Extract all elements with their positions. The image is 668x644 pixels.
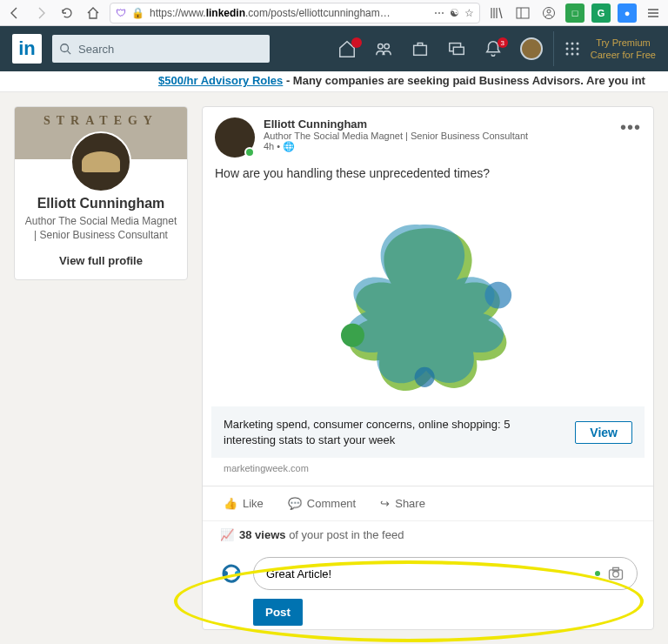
svg-rect-8 [413,45,426,55]
post-author-avatar[interactable] [215,117,255,158]
svg-point-26 [613,572,619,578]
notif-badge: 3 [498,37,508,48]
library-icon[interactable] [487,3,506,23]
comment-composer [203,548,653,599]
forward-button[interactable] [31,3,50,23]
banner-text: - Many companies are seeking paid Busine… [283,74,645,87]
cover-letters: STRATEGY [43,114,158,127]
home-button[interactable] [84,3,103,23]
share-button[interactable]: ↪Share [368,490,438,517]
profile-subtitle: Author The Social Media Magnet | Senior … [15,215,187,242]
post-comment-button[interactable]: Post [253,599,303,626]
post-time: 4h • 🌐 [264,141,528,152]
shield-icon: 🛡 [116,7,126,19]
reload-button[interactable] [57,3,77,23]
nav-messaging[interactable] [447,39,473,58]
nav-network[interactable] [374,39,400,58]
svg-point-20 [341,324,364,347]
search-icon [59,43,71,55]
nav-apps[interactable] [564,41,580,57]
linkedin-logo[interactable]: in [12,34,42,64]
banner-link[interactable]: $500/hr Advisory Roles [158,74,283,87]
profile-card: STRATEGY Elliott Cunningham Author The S… [14,106,188,280]
ext-icon-3[interactable]: ● [618,3,637,23]
svg-point-19 [576,53,578,56]
browser-toolbar: 🛡 🔒 https://www.linkedin.com/posts/ellio… [0,0,668,26]
menu-button[interactable] [644,3,663,23]
svg-point-12 [571,43,573,45]
nav-premium[interactable]: Try PremiumCareer for Free [591,37,656,62]
svg-point-3 [547,10,551,13]
post-author-meta: Author The Social Media Magnet | Senior … [264,131,528,141]
post-card: Elliott Cunningham Author The Social Med… [202,106,654,630]
article-title: Marketing spend, consumer concerns, onli… [224,417,564,447]
post-menu[interactable]: ••• [620,117,641,158]
article-link-card[interactable]: Marketing spend, consumer concerns, onli… [211,406,645,458]
svg-point-17 [565,53,568,56]
post-actions: 👍Like 💬Comment ↪Share [203,486,653,520]
post-author-name[interactable]: Elliott Cunningham [264,117,528,131]
sidebar-icon[interactable] [513,3,532,23]
back-button[interactable] [5,3,24,23]
commenter-avatar [218,560,244,587]
article-image[interactable] [211,189,645,406]
comment-input[interactable] [266,567,588,580]
nav-me[interactable] [520,37,543,60]
address-bar[interactable]: 🛡 🔒 https://www.linkedin.com/posts/ellio… [110,3,480,23]
article-view-button[interactable]: View [575,421,632,444]
svg-point-21 [484,282,511,309]
svg-point-18 [571,53,573,56]
ext-icon-2[interactable]: G [591,3,611,23]
nav-home[interactable] [337,39,364,58]
profile-avatar[interactable] [70,131,131,192]
search-box[interactable]: Search [52,35,270,63]
url-text: https://www.linkedin.com/posts/elliottcu… [150,7,391,19]
shield2-icon[interactable]: ☯ [450,7,459,19]
svg-rect-10 [453,47,464,54]
comment-button[interactable]: 💬Comment [276,490,368,517]
comment-icon: 💬 [288,497,302,510]
svg-point-23 [223,571,228,576]
svg-point-13 [576,43,578,45]
search-placeholder: Search [78,43,114,56]
svg-rect-0 [517,8,529,18]
presence-dot [595,571,600,576]
svg-rect-27 [613,567,619,570]
svg-point-4 [61,44,69,52]
like-button[interactable]: 👍Like [211,490,276,517]
camera-icon[interactable] [607,565,625,582]
lock-icon: 🔒 [131,7,144,19]
svg-point-6 [377,44,383,50]
svg-point-22 [415,367,435,387]
page-actions-icon[interactable]: ⋯ [434,7,444,19]
svg-line-5 [68,51,71,55]
badge-dot [351,37,362,48]
nav-notifications[interactable]: 3 [484,39,510,58]
profile-name: Elliott Cunningham [22,196,180,211]
comment-input-wrapper[interactable] [253,557,638,590]
post-body-text: How are you handling these unprecedented… [203,163,653,189]
nav-jobs[interactable] [411,39,437,58]
globe-icon: 🌐 [283,141,295,151]
share-icon: ↪ [380,497,390,510]
svg-point-15 [571,48,573,50]
ext-icon-1[interactable]: □ [565,3,584,23]
linkedin-header: in Search 3 Try PremiumCareer for Free [0,26,668,71]
promo-banner: $500/hr Advisory Roles - Many companies … [0,71,668,92]
star-icon[interactable]: ☆ [464,7,474,19]
svg-point-24 [235,571,240,576]
article-source: marketingweek.com [203,458,653,486]
separator [553,31,554,66]
account-icon[interactable] [539,3,558,23]
profile-cover: STRATEGY [15,107,187,159]
view-full-profile[interactable]: View full profile [15,242,187,279]
svg-point-16 [576,48,578,50]
online-dot [244,147,255,158]
svg-point-11 [565,43,568,45]
like-icon: 👍 [224,497,237,510]
svg-point-14 [565,48,568,50]
post-views[interactable]: 📈 38 views of your post in the feed [203,520,653,548]
analytics-icon: 📈 [220,528,234,541]
svg-point-7 [384,44,390,50]
